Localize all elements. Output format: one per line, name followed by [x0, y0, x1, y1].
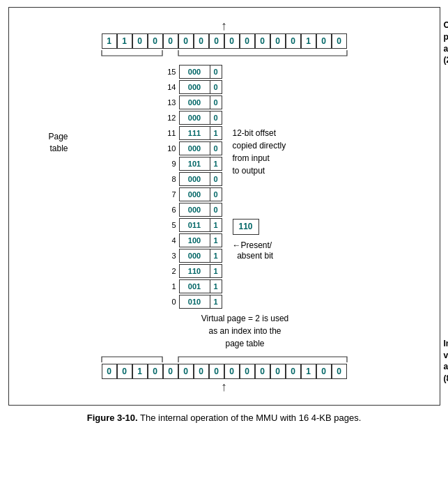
- pt-val-9: 101: [179, 157, 210, 171]
- figure-caption-bold: Figure 3-10.: [87, 413, 138, 423]
- offset-label: 12-bit offsetcopied directlyfrom inputto…: [233, 127, 348, 177]
- pt-bit-14: 0: [210, 80, 222, 94]
- output-bit-row: 1100000000000100: [102, 33, 347, 49]
- pt-index-14: 14: [164, 83, 179, 91]
- outgoing-physical-label: Outgoingphysicaladdress(24580): [444, 20, 449, 66]
- pt-bit-0: 1: [210, 295, 222, 309]
- pt-bit-7: 0: [210, 187, 222, 201]
- pt-index-4: 4: [164, 236, 179, 245]
- pt-val-10: 000: [179, 141, 210, 155]
- pt-index-9: 9: [164, 160, 179, 168]
- pt-val-0: 010: [179, 295, 210, 309]
- input-bit-1: 0: [117, 364, 132, 379]
- pt-bit-10: 0: [210, 141, 222, 155]
- input-bit-9: 0: [240, 364, 255, 379]
- input-bit-3: 0: [148, 364, 163, 379]
- figure-caption-text: The internal operation of the MMU with 1…: [140, 413, 361, 423]
- input-bit-15: 0: [332, 364, 347, 379]
- pt-bit-12: 0: [210, 111, 222, 125]
- output-bit-2: 0: [132, 33, 148, 49]
- right-annotations: 12-bit offsetcopied directlyfrom inputto…: [222, 64, 348, 262]
- pt-bit-13: 0: [210, 95, 222, 109]
- pt-row-11: 111111: [164, 125, 222, 141]
- output-bit-14: 0: [316, 33, 332, 49]
- pt-row-13: 130000: [164, 95, 222, 110]
- input-bit-11: 0: [270, 364, 286, 379]
- input-bits-area: 0010000000000100: [16, 353, 433, 379]
- output-bit-0: 1: [102, 33, 117, 49]
- pt-row-2: 21101: [164, 263, 222, 279]
- figure-caption: Figure 3-10. The internal operation of t…: [8, 413, 440, 423]
- output-bit-5: 0: [178, 33, 194, 49]
- pt-bit-6: 0: [210, 203, 222, 217]
- page-table-wrapper: 1500001400001300001200001111111000009101…: [164, 64, 222, 309]
- input-bit-7: 0: [209, 364, 224, 379]
- virtual-page-label: Virtual page = 2 is usedas an index into…: [58, 312, 433, 350]
- pt-index-0: 0: [164, 298, 179, 306]
- output-bit-3: 0: [148, 33, 163, 49]
- box-110: 110: [233, 219, 259, 235]
- pt-index-10: 10: [164, 144, 179, 153]
- pt-row-7: 70000: [164, 187, 222, 202]
- output-bit-7: 0: [209, 33, 224, 49]
- pt-val-3: 000: [179, 249, 210, 263]
- pt-row-9: 91011: [164, 156, 222, 171]
- input-bit-8: 0: [224, 364, 240, 379]
- pt-val-5: 011: [179, 218, 210, 232]
- output-bit-8: 0: [224, 33, 240, 49]
- page-table-label: Pagetable: [30, 131, 68, 155]
- bottom-arrow-up: ↑: [16, 380, 433, 393]
- pt-bit-2: 1: [210, 264, 222, 278]
- present-absent-label: ←Present/ absent bit: [233, 240, 348, 262]
- input-bit-5: 0: [178, 364, 194, 379]
- input-bit-10: 0: [255, 364, 270, 379]
- pt-val-6: 000: [179, 203, 210, 217]
- output-bit-13: 1: [301, 33, 316, 49]
- pt-val-1: 001: [179, 279, 210, 293]
- input-bit-13: 1: [301, 364, 316, 379]
- pt-index-12: 12: [164, 114, 179, 122]
- pt-val-2: 110: [179, 264, 210, 278]
- output-bit-4: 0: [163, 33, 178, 49]
- input-bit-row: 0010000000000100: [102, 364, 347, 379]
- pt-row-14: 140000: [164, 79, 222, 95]
- pt-index-1: 1: [164, 282, 179, 291]
- pt-index-5: 5: [164, 221, 179, 229]
- pt-val-15: 000: [179, 65, 210, 79]
- pt-bit-8: 0: [210, 172, 222, 186]
- pt-row-10: 100000: [164, 141, 222, 156]
- pt-bit-4: 1: [210, 233, 222, 247]
- pt-index-3: 3: [164, 252, 179, 260]
- pt-index-15: 15: [164, 68, 179, 76]
- pt-val-14: 000: [179, 80, 210, 94]
- pt-bit-9: 1: [210, 157, 222, 171]
- pt-index-2: 2: [164, 267, 179, 275]
- input-bit-4: 0: [163, 364, 178, 379]
- pt-row-0: 00101: [164, 294, 222, 309]
- diagram-container: ↑ 1100000000000100 Paget: [8, 7, 440, 406]
- output-bit-15: 0: [332, 33, 347, 49]
- pt-bit-15: 0: [210, 65, 222, 79]
- middle-area: Pagetable 150000140000130000120000111111…: [16, 64, 433, 309]
- pt-bit-1: 1: [210, 279, 222, 293]
- top-arrow-up: ↑: [16, 20, 433, 32]
- pt-row-4: 41001: [164, 233, 222, 248]
- pt-val-12: 000: [179, 111, 210, 125]
- input-bit-6: 0: [194, 364, 209, 379]
- pt-row-5: 50111: [164, 217, 222, 233]
- pt-val-4: 100: [179, 233, 210, 247]
- pt-bit-11: 1: [210, 126, 222, 140]
- pt-row-6: 60000: [164, 202, 222, 217]
- pt-row-15: 150000: [164, 64, 222, 79]
- pt-val-7: 000: [179, 187, 210, 201]
- pt-row-3: 30001: [164, 248, 222, 263]
- pt-row-1: 10011: [164, 279, 222, 294]
- output-bit-9: 0: [240, 33, 255, 49]
- output-bit-10: 0: [255, 33, 270, 49]
- pt-index-13: 13: [164, 98, 179, 107]
- input-bit-14: 0: [316, 364, 332, 379]
- output-bits-area: 1100000000000100: [16, 33, 433, 63]
- output-bit-6: 0: [194, 33, 209, 49]
- pt-index-7: 7: [164, 190, 179, 199]
- pt-val-11: 111: [179, 126, 210, 140]
